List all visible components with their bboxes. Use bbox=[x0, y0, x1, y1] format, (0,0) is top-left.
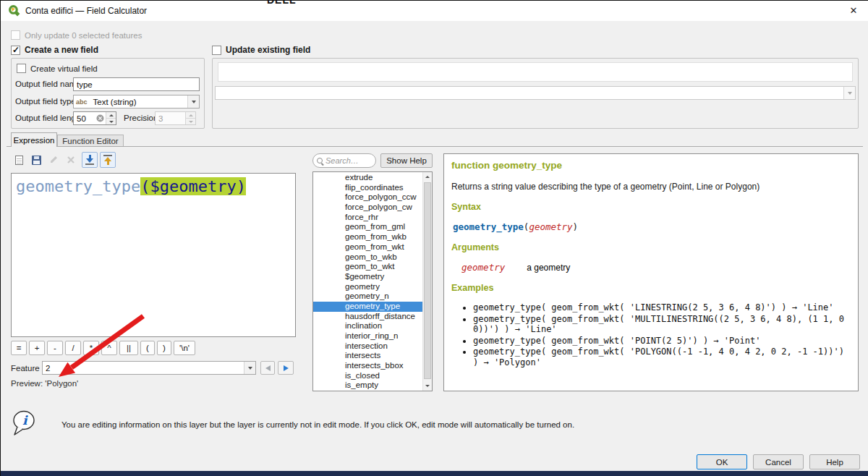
search-icon bbox=[317, 158, 323, 163]
checkbox-box bbox=[11, 46, 20, 55]
operator-button[interactable]: '\n' bbox=[174, 341, 195, 355]
function-list-item[interactable]: flip_coordinates bbox=[313, 183, 422, 193]
chevron-down-icon bbox=[248, 367, 252, 370]
function-list-item[interactable]: geometry bbox=[313, 282, 422, 292]
scroll-down-button[interactable] bbox=[423, 381, 432, 391]
output-field-name-label: Output field name bbox=[15, 80, 81, 88]
function-list-item[interactable]: hausdorff_distance bbox=[313, 312, 422, 322]
function-list-item[interactable]: intersects bbox=[313, 351, 422, 361]
export-expressions-button[interactable] bbox=[100, 152, 116, 168]
function-list-scrollbar[interactable] bbox=[422, 172, 432, 391]
new-expression-button[interactable] bbox=[11, 152, 27, 168]
output-field-type-dropdown[interactable]: abc Text (string) bbox=[73, 95, 200, 109]
spin-up-button[interactable] bbox=[106, 112, 116, 119]
function-list-item[interactable]: force_rhr bbox=[313, 213, 422, 223]
help-button[interactable]: Help bbox=[809, 454, 860, 469]
only-update-label: Only update 0 selected features bbox=[25, 31, 142, 40]
remove-expression-button[interactable] bbox=[63, 152, 79, 168]
arrow-right-icon bbox=[284, 365, 289, 371]
scroll-up-button[interactable] bbox=[423, 172, 432, 182]
operator-button[interactable]: + bbox=[29, 341, 45, 355]
save-disk-icon bbox=[32, 156, 41, 165]
function-list-item[interactable]: geom_from_gml bbox=[313, 222, 422, 232]
function-list-item[interactable]: interior_ring_n bbox=[313, 331, 422, 341]
field-calculator-window: Conta edifici — Field Calculator DELL ✕ … bbox=[0, 0, 868, 476]
create-new-field-checkbox[interactable]: Create a new field bbox=[11, 45, 98, 55]
operator-button[interactable]: ) bbox=[157, 341, 171, 355]
precision-label: Precision bbox=[124, 114, 158, 122]
function-list-item[interactable]: geometry_type bbox=[313, 302, 422, 312]
function-list-item[interactable]: intersects_bbox bbox=[313, 361, 422, 371]
operator-button[interactable]: = bbox=[11, 341, 27, 355]
output-field-length-spinner[interactable]: 50 bbox=[73, 111, 116, 125]
function-help-panel: function geometry_type Returns a string … bbox=[443, 153, 859, 391]
function-list-item[interactable]: $geometry bbox=[313, 272, 422, 282]
operator-button[interactable]: / bbox=[65, 341, 81, 355]
function-list-item[interactable]: force_polygon_ccw bbox=[313, 192, 422, 203]
close-icon[interactable]: ✕ bbox=[845, 3, 862, 19]
clear-value-icon[interactable] bbox=[96, 114, 104, 122]
chevron-down-icon bbox=[192, 101, 196, 103]
checkbox-box bbox=[11, 30, 20, 40]
tab-expression[interactable]: Expression bbox=[11, 132, 57, 147]
expression-function-text: geometry_type bbox=[16, 177, 140, 195]
create-new-field-label: Create a new field bbox=[25, 45, 98, 55]
update-existing-field-checkbox[interactable]: Update existing field bbox=[212, 45, 310, 55]
tab-separator bbox=[7, 146, 863, 147]
output-field-name-input[interactable] bbox=[73, 77, 200, 91]
function-list-item[interactable]: force_polygon_cw bbox=[313, 203, 422, 213]
edit-expression-button[interactable] bbox=[46, 152, 61, 168]
existing-field-area bbox=[218, 62, 853, 82]
next-feature-button[interactable] bbox=[278, 361, 294, 375]
operator-button[interactable]: * bbox=[83, 341, 99, 355]
examples-heading: Examples bbox=[451, 283, 851, 293]
spin-down-button[interactable] bbox=[106, 119, 116, 124]
operator-button[interactable]: ^ bbox=[101, 341, 117, 355]
function-list-item[interactable]: is_empty bbox=[313, 381, 422, 391]
update-existing-field-label: Update existing field bbox=[226, 45, 310, 55]
spin-up-button bbox=[186, 112, 195, 119]
only-update-selected-checkbox[interactable]: Only update 0 selected features bbox=[11, 30, 142, 40]
show-help-button[interactable]: Show Help bbox=[380, 153, 433, 168]
existing-field-dropdown bbox=[215, 86, 856, 100]
tab-function-editor[interactable]: Function Editor bbox=[57, 135, 124, 146]
dropdown-button[interactable] bbox=[244, 362, 255, 374]
search-input[interactable] bbox=[326, 156, 367, 165]
function-list-item[interactable]: inclination bbox=[313, 321, 422, 331]
syntax-heading: Syntax bbox=[451, 202, 851, 212]
dropdown-button[interactable] bbox=[187, 95, 199, 108]
example-item: geometry_type( geom_from_wkt( 'POINT(2 5… bbox=[473, 336, 851, 347]
output-field-type-label: Output field type bbox=[15, 97, 76, 106]
function-list: extrudeflip_coordinatesforce_polygon_ccw… bbox=[313, 173, 422, 391]
precision-spinner: 3 bbox=[155, 111, 196, 125]
example-item: geometry_type( geom_from_wkt( 'POLYGON((… bbox=[473, 347, 851, 367]
function-list-item[interactable]: geom_from_wkt bbox=[313, 242, 422, 252]
ok-button[interactable]: OK bbox=[697, 454, 747, 469]
feature-combobox[interactable]: 2 bbox=[42, 361, 256, 375]
function-list-item[interactable]: geometry_n bbox=[313, 292, 422, 302]
save-expression-button[interactable] bbox=[28, 152, 44, 168]
function-list-item[interactable]: intersection bbox=[313, 341, 422, 352]
preview-line: Preview: 'Polygon' bbox=[11, 379, 78, 388]
spin-up-icon bbox=[189, 114, 193, 116]
scrollbar-thumb[interactable] bbox=[424, 182, 431, 379]
spin-buttons[interactable] bbox=[106, 112, 116, 124]
create-virtual-field-checkbox[interactable]: Create virtual field bbox=[17, 64, 98, 73]
new-file-icon bbox=[15, 156, 23, 165]
operator-button[interactable]: ( bbox=[140, 341, 155, 355]
function-list-item[interactable]: extrude bbox=[313, 173, 422, 183]
operator-button[interactable]: || bbox=[119, 341, 138, 355]
cancel-button[interactable]: Cancel bbox=[753, 454, 804, 469]
spin-down-icon bbox=[109, 121, 114, 123]
function-list-item[interactable]: geom_to_wkb bbox=[313, 252, 422, 263]
function-list-item[interactable]: geom_from_wkb bbox=[313, 232, 422, 242]
operator-button[interactable]: - bbox=[47, 341, 63, 355]
function-list-item[interactable]: geom_to_wkt bbox=[313, 262, 422, 272]
preview-value: 'Polygon' bbox=[45, 379, 78, 388]
expression-editor[interactable]: geometry_type($geometry) bbox=[11, 173, 296, 337]
search-box bbox=[312, 153, 376, 168]
spin-up-icon bbox=[109, 114, 114, 116]
previous-feature-button[interactable] bbox=[260, 361, 275, 375]
function-list-item[interactable]: is_closed bbox=[313, 371, 422, 381]
import-expressions-button[interactable] bbox=[82, 152, 98, 168]
